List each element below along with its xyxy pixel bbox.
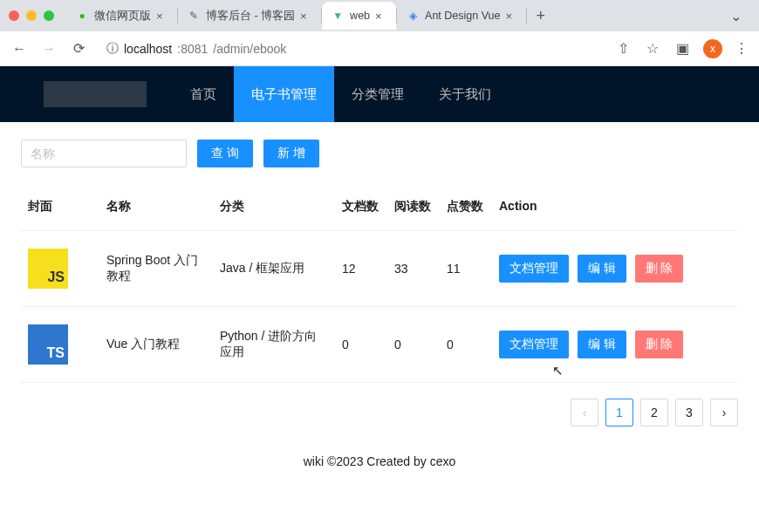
col-cover: 封面 (21, 190, 99, 231)
url-port: :8081 (177, 42, 208, 56)
forward-icon: → (40, 41, 58, 57)
ant-icon: ◈ (406, 9, 420, 23)
info-icon: ⓘ (106, 41, 119, 57)
delete-button[interactable]: 删 除 (635, 255, 684, 283)
browser-chrome: ● 微信网页版 × ✎ 博客后台 - 博客园 × ▼ web × ◈ Ant D… (0, 0, 759, 66)
ebook-table: 封面 名称 分类 文档数 阅读数 点赞数 Action JS Spring Bo… (21, 190, 738, 383)
page-2[interactable]: 2 (640, 399, 668, 426)
col-docs: 文档数 (335, 190, 387, 231)
nav-about[interactable]: 关于我们 (421, 66, 509, 122)
logo-placeholder (44, 81, 147, 107)
address-bar: ← → ⟳ ⓘ localhost:8081/admin/ebook ⇧ ☆ ▣… (0, 31, 759, 66)
url-host: localhost (124, 42, 172, 56)
cell-name: Vue 入门教程 (99, 307, 213, 383)
cell-name: Spring Boot 入门教程 (99, 231, 213, 307)
search-input[interactable] (21, 140, 187, 167)
add-button[interactable]: 新 增 (263, 140, 319, 167)
back-icon[interactable]: ← (10, 41, 28, 57)
tab-title: 博客后台 - 博客园 (206, 9, 295, 24)
query-button[interactable]: 查 询 (197, 140, 253, 167)
close-icon[interactable]: × (156, 10, 168, 23)
close-icon[interactable]: × (300, 10, 312, 23)
table-row: JS Spring Boot 入门教程 Java / 框架应用 12 33 11… (21, 231, 738, 307)
cell-docs: 12 (335, 231, 387, 307)
docs-manage-button[interactable]: 文档管理 (499, 255, 569, 283)
cell-likes: 11 (440, 231, 492, 307)
kebab-menu-icon[interactable]: ⋮ (735, 40, 749, 57)
page-3[interactable]: 3 (675, 399, 703, 426)
cell-views: 0 (387, 307, 440, 383)
browser-tab[interactable]: ◈ Ant Design Vue × (397, 2, 526, 30)
page-1[interactable]: 1 (605, 399, 633, 426)
page-prev: ‹ (571, 399, 598, 426)
browser-tab-active[interactable]: ▼ web × (322, 2, 396, 30)
reload-icon[interactable]: ⟳ (70, 40, 87, 57)
col-action: Action (492, 190, 738, 231)
cell-category: Java / 框架应用 (213, 231, 335, 307)
share-icon[interactable]: ⇧ (614, 40, 632, 57)
blog-icon: ✎ (187, 9, 201, 23)
close-icon[interactable]: × (375, 10, 387, 23)
delete-button[interactable]: 删 除 (635, 331, 684, 358)
col-name: 名称 (99, 190, 213, 231)
col-views: 阅读数 (387, 190, 440, 231)
browser-tab[interactable]: ● 微信网页版 × (66, 2, 177, 30)
window-controls (9, 10, 54, 21)
close-icon[interactable]: × (505, 10, 517, 23)
url-input[interactable]: ⓘ localhost:8081/admin/ebook (99, 41, 602, 57)
tab-strip: ● 微信网页版 × ✎ 博客后台 - 博客园 × ▼ web × ◈ Ant D… (66, 0, 721, 31)
avatar[interactable]: x (703, 39, 722, 58)
tab-title: web (350, 10, 370, 22)
col-category: 分类 (213, 190, 335, 231)
nav-category-manage[interactable]: 分类管理 (334, 66, 421, 122)
edit-button[interactable]: 编 辑 (578, 331, 626, 358)
extensions-icon[interactable]: ▣ (674, 40, 691, 57)
maximize-window-icon[interactable] (44, 10, 54, 21)
table-row: TS Vue 入门教程 Python / 进阶方向应用 0 0 0 文档管理 编… (21, 307, 738, 383)
nav-home[interactable]: 首页 (173, 66, 234, 122)
cover-thumb-ts: TS (28, 324, 68, 365)
close-window-icon[interactable] (9, 10, 19, 21)
docs-manage-button[interactable]: 文档管理 (499, 331, 569, 358)
col-likes: 点赞数 (440, 190, 492, 231)
title-bar: ● 微信网页版 × ✎ 博客后台 - 博客园 × ▼ web × ◈ Ant D… (0, 0, 759, 31)
minimize-window-icon[interactable] (26, 10, 37, 21)
page-content: 查 询 新 增 封面 名称 分类 文档数 阅读数 点赞数 Action JS S… (0, 122, 759, 477)
page-next[interactable]: › (710, 399, 738, 426)
cell-views: 33 (387, 231, 440, 307)
edit-button[interactable]: 编 辑 (578, 255, 626, 283)
new-tab-button[interactable]: + (527, 7, 554, 25)
cell-docs: 0 (335, 307, 387, 383)
cell-category: Python / 进阶方向应用 (213, 307, 335, 383)
nav-ebook-manage[interactable]: 电子书管理 (234, 66, 334, 122)
wechat-icon: ● (75, 9, 89, 23)
tab-title: 微信网页版 (94, 9, 151, 24)
vue-icon: ▼ (331, 9, 345, 23)
url-path: /admin/ebook (213, 42, 286, 56)
chevron-down-icon[interactable]: ⌄ (721, 8, 750, 24)
star-icon[interactable]: ☆ (644, 40, 661, 57)
cell-likes: 0 (440, 307, 492, 383)
browser-tab[interactable]: ✎ 博客后台 - 博客园 × (178, 2, 321, 30)
pagination: ‹ 1 2 3 › (21, 383, 738, 430)
toolbar: 查 询 新 增 (21, 140, 738, 167)
tab-title: Ant Design Vue (425, 10, 500, 22)
cover-thumb-js: JS (28, 249, 68, 289)
app-header: 首页 电子书管理 分类管理 关于我们 (0, 66, 759, 122)
footer-text: wiki ©2023 Created by cexo (21, 430, 738, 468)
